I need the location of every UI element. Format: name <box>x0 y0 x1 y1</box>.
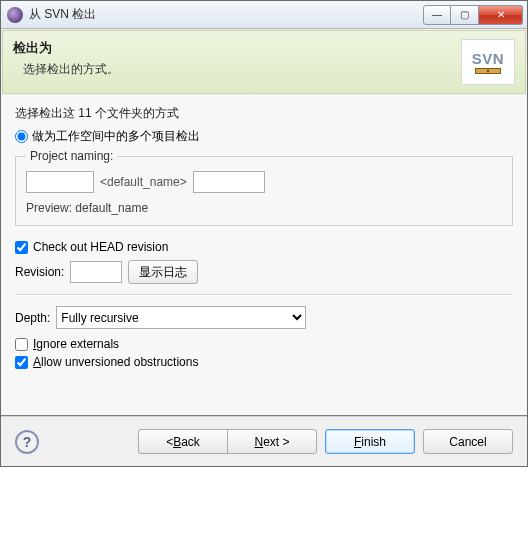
cancel-button[interactable]: Cancel <box>423 429 513 454</box>
footer-buttons: < Back Next > Finish Cancel <box>138 429 513 454</box>
checkout-as-projects-radio-input[interactable] <box>15 130 28 143</box>
depth-row: Depth: Fully recursive <box>15 306 513 329</box>
back-button[interactable]: < Back <box>138 429 228 454</box>
minimize-button[interactable]: — <box>423 5 451 25</box>
depth-label: Depth: <box>15 311 50 325</box>
help-button[interactable]: ? <box>15 430 39 454</box>
body: 选择检出这 11 个文件夹的方式 做为工作空间中的多个项目检出 Project … <box>1 95 527 415</box>
wizard-window: 从 SVN 检出 — ▢ ✕ 检出为 选择检出的方式。 SVN 选择检出这 11… <box>0 0 528 467</box>
project-naming-group: Project naming: <default_name> Preview: … <box>15 149 513 226</box>
window-controls: — ▢ ✕ <box>423 5 523 25</box>
ignore-externals-checkbox[interactable]: Ignore externals <box>15 337 513 351</box>
ignore-externals-label: Ignore externals <box>33 337 119 351</box>
revision-row: Revision: 显示日志 <box>15 260 513 284</box>
banner-text: 检出为 选择检出的方式。 <box>13 39 461 85</box>
banner: 检出为 选择检出的方式。 SVN <box>2 30 526 94</box>
naming-row: <default_name> <box>26 171 502 193</box>
banner-subtitle: 选择检出的方式。 <box>13 61 461 78</box>
titlebar: 从 SVN 检出 — ▢ ✕ <box>1 1 527 29</box>
checkout-as-projects-label: 做为工作空间中的多个项目检出 <box>32 128 200 145</box>
svn-logo-text: SVN <box>472 50 504 67</box>
allow-unversioned-checkbox-input[interactable] <box>15 356 28 369</box>
svn-logo-icon: SVN <box>461 39 515 85</box>
svn-logo-bar <box>475 68 501 74</box>
maximize-button[interactable]: ▢ <box>451 5 479 25</box>
head-revision-checkbox[interactable]: Check out HEAD revision <box>15 240 513 254</box>
name-suffix-input[interactable] <box>193 171 265 193</box>
depth-select[interactable]: Fully recursive <box>56 306 306 329</box>
app-icon <box>7 7 23 23</box>
project-naming-legend: Project naming: <box>26 149 117 163</box>
banner-title: 检出为 <box>13 39 461 57</box>
window-title: 从 SVN 检出 <box>29 6 423 23</box>
allow-unversioned-label: Allow unversioned obstructions <box>33 355 198 369</box>
spacer <box>15 373 513 409</box>
head-revision-label: Check out HEAD revision <box>33 240 168 254</box>
revision-input[interactable] <box>70 261 122 283</box>
close-button[interactable]: ✕ <box>479 5 523 25</box>
next-button[interactable]: Next > <box>227 429 317 454</box>
default-name-token: <default_name> <box>100 175 187 189</box>
footer: ? < Back Next > Finish Cancel <box>1 415 527 466</box>
naming-preview: Preview: default_name <box>26 201 502 215</box>
head-revision-checkbox-input[interactable] <box>15 241 28 254</box>
separator <box>15 294 513 296</box>
name-prefix-input[interactable] <box>26 171 94 193</box>
allow-unversioned-checkbox[interactable]: Allow unversioned obstructions <box>15 355 513 369</box>
checkout-as-projects-radio[interactable]: 做为工作空间中的多个项目检出 <box>15 128 513 145</box>
section-label: 选择检出这 11 个文件夹的方式 <box>15 105 513 122</box>
ignore-externals-checkbox-input[interactable] <box>15 338 28 351</box>
finish-button[interactable]: Finish <box>325 429 415 454</box>
show-log-button[interactable]: 显示日志 <box>128 260 198 284</box>
revision-label: Revision: <box>15 265 64 279</box>
